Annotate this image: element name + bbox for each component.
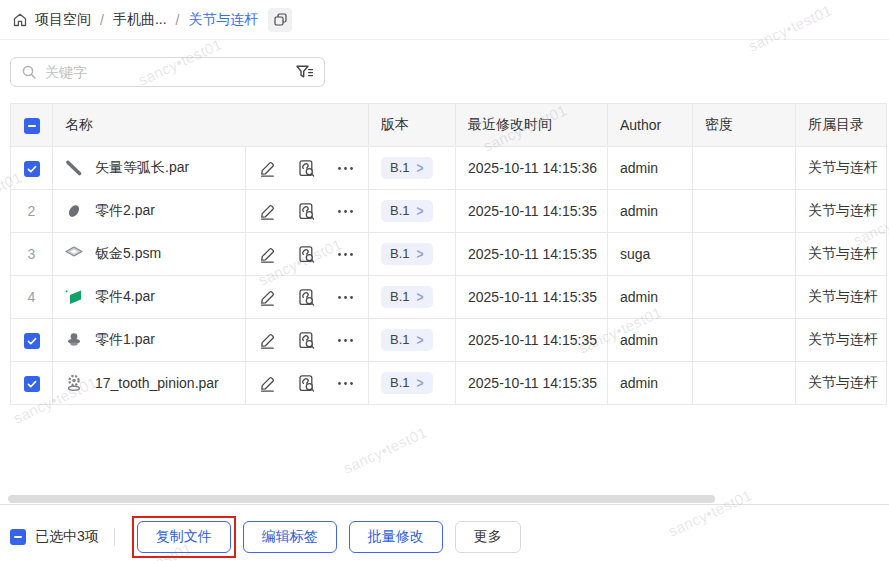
more-icon[interactable] — [336, 331, 355, 350]
breadcrumb: 项目空间 / 手机曲... / 关节与连杆 — [0, 0, 889, 40]
row-checkbox-checked[interactable] — [24, 376, 40, 392]
version-badge[interactable]: B.1 > — [381, 286, 433, 308]
footer-select-checkbox[interactable] — [10, 529, 26, 545]
select-all-checkbox[interactable] — [24, 118, 40, 134]
watermark-text: sancy•test01 — [341, 423, 430, 476]
row-actions-cell — [246, 147, 369, 190]
version-badge[interactable]: B.1 > — [381, 329, 433, 351]
chevron-right-icon: > — [417, 159, 424, 177]
row-select-cell[interactable] — [11, 362, 53, 405]
more-icon[interactable] — [336, 202, 355, 221]
action-button-4[interactable]: 更多 — [455, 521, 521, 553]
sheet-metal-icon — [65, 245, 83, 263]
file-name[interactable]: 矢量等弧长.par — [95, 159, 189, 177]
row-density-cell — [693, 362, 796, 405]
edit-icon[interactable] — [258, 288, 277, 307]
footer-divider — [0, 504, 889, 505]
row-actions-cell — [246, 362, 369, 405]
breadcrumb-item-parent[interactable]: 手机曲... — [113, 11, 167, 29]
row-number[interactable]: 2 — [28, 203, 36, 219]
row-select-cell[interactable] — [11, 147, 53, 190]
row-density-cell — [693, 233, 796, 276]
file-name[interactable]: 17_tooth_pinion.par — [95, 375, 219, 391]
table-row: 3 钣金5.psm B.1 > 2025-10-11 14:15:35 suga… — [11, 233, 887, 276]
filter-icon[interactable] — [295, 63, 314, 81]
edit-icon[interactable] — [258, 159, 277, 178]
column-header-version: 版本 — [369, 104, 456, 147]
more-icon[interactable] — [336, 159, 355, 178]
row-modified-cell: 2025-10-11 14:15:36 — [456, 147, 608, 190]
row-name-cell: 矢量等弧长.par — [53, 147, 246, 190]
where-used-icon[interactable] — [297, 331, 316, 350]
version-badge[interactable]: B.1 > — [381, 157, 433, 179]
where-used-icon[interactable] — [297, 159, 316, 178]
row-actions-cell — [246, 190, 369, 233]
row-version-cell: B.1 > — [369, 147, 456, 190]
action-button-3[interactable]: 批量修改 — [349, 521, 443, 553]
row-select-cell[interactable]: 4 — [11, 276, 53, 319]
row-select-cell[interactable]: 3 — [11, 233, 53, 276]
column-header-name: 名称 — [53, 104, 369, 147]
row-name-cell: 17_tooth_pinion.par — [53, 362, 246, 405]
table-header-row: 名称 版本 最近修改时间 Author 密度 所属目录 — [11, 104, 887, 147]
row-number[interactable]: 3 — [28, 246, 36, 262]
horizontal-scrollbar-thumb[interactable] — [8, 495, 715, 503]
more-icon[interactable] — [336, 245, 355, 264]
search-box — [10, 57, 325, 87]
green-plate-icon — [65, 288, 83, 306]
row-actions-cell — [246, 319, 369, 362]
row-checkbox-checked[interactable] — [24, 333, 40, 349]
version-badge[interactable]: B.1 > — [381, 372, 433, 394]
action-button-1[interactable]: 复制文件 — [137, 521, 231, 553]
row-density-cell — [693, 190, 796, 233]
version-badge[interactable]: B.1 > — [381, 243, 433, 265]
button-wrap: 编辑标签 — [243, 521, 337, 553]
row-author-cell: admin — [608, 362, 693, 405]
row-select-cell[interactable] — [11, 319, 53, 362]
file-name[interactable]: 钣金5.psm — [95, 245, 161, 263]
row-select-cell[interactable]: 2 — [11, 190, 53, 233]
file-name[interactable]: 零件4.par — [95, 288, 155, 306]
more-icon[interactable] — [336, 288, 355, 307]
home-icon[interactable] — [12, 12, 28, 28]
selected-count-label: 已选中3项 — [35, 528, 99, 546]
version-badge[interactable]: B.1 > — [381, 200, 433, 222]
row-directory-cell: 关节与连杆 — [796, 319, 887, 362]
row-name-cell: 钣金5.psm — [53, 233, 246, 276]
action-button-2[interactable]: 编辑标签 — [243, 521, 337, 553]
breadcrumb-item-current[interactable]: 关节与连杆 — [188, 11, 258, 29]
copy-path-button[interactable] — [268, 8, 292, 32]
edit-icon[interactable] — [258, 245, 277, 264]
row-name-cell: 零件1.par — [53, 319, 246, 362]
more-icon[interactable] — [336, 374, 355, 393]
edit-icon[interactable] — [258, 374, 277, 393]
edit-icon[interactable] — [258, 331, 277, 350]
chevron-right-icon: > — [417, 374, 424, 392]
row-checkbox-checked[interactable] — [24, 161, 40, 177]
knob-part-icon — [65, 331, 83, 349]
row-modified-cell: 2025-10-11 14:15:35 — [456, 190, 608, 233]
file-name[interactable]: 零件2.par — [95, 202, 155, 220]
where-used-icon[interactable] — [297, 245, 316, 264]
column-header-modified: 最近修改时间 — [456, 104, 608, 147]
where-used-icon[interactable] — [297, 202, 316, 221]
row-directory-cell: 关节与连杆 — [796, 190, 887, 233]
button-wrap: 更多 — [455, 521, 521, 553]
where-used-icon[interactable] — [297, 288, 316, 307]
where-used-icon[interactable] — [297, 374, 316, 393]
column-header-directory: 所属目录 — [796, 104, 887, 147]
row-version-cell: B.1 > — [369, 190, 456, 233]
search-input[interactable] — [45, 64, 295, 80]
breadcrumb-separator: / — [100, 12, 104, 28]
row-author-cell: admin — [608, 147, 693, 190]
file-table: 名称 版本 最近修改时间 Author 密度 所属目录 矢量等弧长.par — [10, 103, 887, 405]
breadcrumb-item-project-space[interactable]: 项目空间 — [35, 11, 91, 29]
row-directory-cell: 关节与连杆 — [796, 147, 887, 190]
chevron-right-icon: > — [417, 202, 424, 220]
file-name[interactable]: 零件1.par — [95, 331, 155, 349]
row-number[interactable]: 4 — [28, 289, 36, 305]
edit-icon[interactable] — [258, 202, 277, 221]
version-label: B.1 — [390, 160, 410, 175]
row-actions-cell — [246, 233, 369, 276]
row-name-cell: 零件4.par — [53, 276, 246, 319]
